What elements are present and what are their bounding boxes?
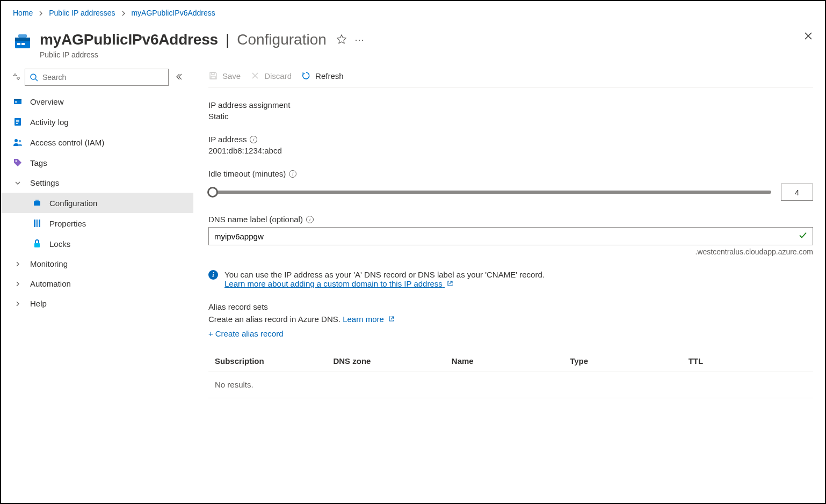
idle-timeout-slider[interactable] bbox=[208, 191, 771, 194]
svg-rect-22 bbox=[34, 243, 40, 247]
info-icon[interactable]: i bbox=[306, 216, 314, 223]
page-section: Configuration bbox=[237, 31, 327, 48]
col-type: Type bbox=[570, 356, 688, 366]
chevron-right-icon bbox=[13, 261, 23, 267]
sidebar-item-label: Tags bbox=[30, 158, 47, 167]
sidebar-item-monitoring[interactable]: Monitoring bbox=[1, 254, 193, 274]
search-icon bbox=[30, 73, 38, 82]
page-title: myAGPublicIPv6Address bbox=[40, 31, 218, 48]
chevron-right-icon bbox=[121, 9, 126, 17]
access-control-icon bbox=[13, 137, 23, 147]
col-subscription: Subscription bbox=[215, 356, 333, 366]
svg-rect-17 bbox=[34, 201, 40, 206]
alias-learn-more-link[interactable]: Learn more bbox=[343, 315, 395, 324]
sidebar-item-label: Automation bbox=[30, 279, 71, 288]
tags-icon bbox=[13, 158, 23, 167]
svg-rect-8 bbox=[14, 99, 21, 100]
sidebar-item-properties[interactable]: Properties bbox=[1, 213, 193, 233]
dns-name-input[interactable] bbox=[208, 227, 813, 245]
sidebar-item-overview[interactable]: Overview bbox=[1, 91, 193, 112]
svg-point-5 bbox=[31, 74, 36, 79]
create-alias-button[interactable]: + Create alias record bbox=[208, 329, 813, 338]
svg-rect-21 bbox=[39, 220, 40, 227]
search-input[interactable] bbox=[41, 72, 164, 82]
svg-rect-18 bbox=[35, 200, 39, 201]
dns-label: DNS name label (optional) i bbox=[208, 215, 813, 224]
sidebar-item-activity-log[interactable]: Activity log bbox=[1, 112, 193, 132]
alias-table: Subscription DNS zone Name Type TTL No r… bbox=[208, 351, 813, 398]
plus-icon: + bbox=[208, 329, 213, 338]
sidebar-item-help[interactable]: Help bbox=[1, 294, 193, 313]
ip-assignment-label: IP address assignment bbox=[208, 100, 813, 109]
svg-rect-19 bbox=[34, 220, 35, 227]
svg-rect-9 bbox=[15, 101, 17, 103]
info-icon[interactable]: i bbox=[289, 170, 296, 178]
svg-point-15 bbox=[19, 140, 21, 142]
overview-icon bbox=[13, 97, 23, 106]
learn-more-link[interactable]: Learn more about adding a custom domain … bbox=[224, 279, 453, 288]
breadcrumb: Home Public IP addresses myAGPublicIPv6A… bbox=[1, 1, 825, 20]
slider-thumb[interactable] bbox=[207, 187, 218, 198]
chevron-right-icon bbox=[13, 301, 23, 307]
info-icon[interactable]: i bbox=[250, 136, 257, 143]
gear-icon bbox=[32, 198, 42, 208]
table-empty-row: No results. bbox=[208, 371, 813, 398]
page-subtitle: Public IP address bbox=[40, 50, 365, 59]
sidebar-item-label: Properties bbox=[49, 219, 86, 228]
sidebar-item-access-control[interactable]: Access control (IAM) bbox=[1, 132, 193, 152]
checkmark-icon bbox=[798, 231, 808, 242]
svg-rect-4 bbox=[21, 43, 25, 45]
sidebar-item-label: Monitoring bbox=[30, 259, 68, 268]
sidebar-item-label: Help bbox=[30, 299, 47, 308]
table-header-row: Subscription DNS zone Name Type TTL bbox=[208, 351, 813, 371]
sidebar-item-configuration[interactable]: Configuration bbox=[1, 193, 193, 213]
svg-line-6 bbox=[35, 79, 38, 81]
breadcrumb-current[interactable]: myAGPublicIPv6Address bbox=[131, 9, 215, 17]
external-link-icon bbox=[447, 279, 453, 288]
chevron-down-icon bbox=[13, 180, 23, 186]
public-ip-icon bbox=[13, 32, 32, 52]
chevron-right-icon bbox=[38, 9, 44, 17]
info-text: You can use the IP address as your 'A' D… bbox=[224, 270, 545, 279]
chevron-right-icon bbox=[13, 281, 23, 287]
svg-rect-1 bbox=[15, 38, 30, 41]
sidebar-item-locks[interactable]: Locks bbox=[1, 233, 193, 254]
discard-button: Discard bbox=[250, 71, 292, 81]
sort-icon[interactable] bbox=[13, 72, 20, 83]
close-button[interactable] bbox=[803, 31, 813, 42]
alias-section-title: Alias record sets bbox=[208, 302, 813, 311]
col-ttl: TTL bbox=[689, 356, 807, 366]
col-dns-zone: DNS zone bbox=[333, 356, 451, 366]
svg-rect-20 bbox=[37, 220, 38, 227]
external-link-icon bbox=[388, 315, 395, 324]
svg-point-16 bbox=[16, 160, 17, 162]
favorite-button[interactable] bbox=[336, 34, 347, 46]
svg-rect-3 bbox=[17, 43, 20, 45]
sidebar-item-label: Locks bbox=[49, 239, 70, 249]
sidebar-search[interactable] bbox=[25, 69, 169, 86]
ip-assignment-value: Static bbox=[208, 112, 813, 121]
info-icon: i bbox=[208, 270, 218, 280]
more-button[interactable]: ⋯ bbox=[354, 34, 365, 46]
sidebar-item-label: Access control (IAM) bbox=[30, 138, 104, 147]
save-button: Save bbox=[208, 71, 241, 81]
sidebar-item-automation[interactable]: Automation bbox=[1, 274, 193, 294]
lock-icon bbox=[32, 239, 42, 249]
sidebar-item-settings[interactable]: Settings bbox=[1, 173, 193, 193]
properties-icon bbox=[32, 218, 42, 228]
dns-suffix: .westcentralus.cloudapp.azure.com bbox=[208, 247, 813, 256]
breadcrumb-public-ips[interactable]: Public IP addresses bbox=[49, 9, 115, 17]
sidebar-item-label: Overview bbox=[30, 97, 64, 106]
page-header: myAGPublicIPv6Address | Configuration ⋯ … bbox=[1, 20, 825, 64]
svg-rect-2 bbox=[18, 34, 27, 38]
sidebar-item-label: Activity log bbox=[30, 118, 69, 127]
sidebar-item-tags[interactable]: Tags bbox=[1, 152, 193, 173]
svg-rect-24 bbox=[211, 76, 215, 79]
sidebar: Overview Activity log Access control (IA… bbox=[1, 64, 193, 503]
ip-address-value: 2001:db8:1234:abcd bbox=[208, 146, 813, 155]
breadcrumb-home[interactable]: Home bbox=[13, 9, 33, 17]
refresh-button[interactable]: Refresh bbox=[301, 71, 344, 81]
svg-point-14 bbox=[15, 139, 18, 142]
idle-timeout-value[interactable]: 4 bbox=[781, 184, 813, 201]
collapse-sidebar-button[interactable] bbox=[173, 73, 185, 82]
